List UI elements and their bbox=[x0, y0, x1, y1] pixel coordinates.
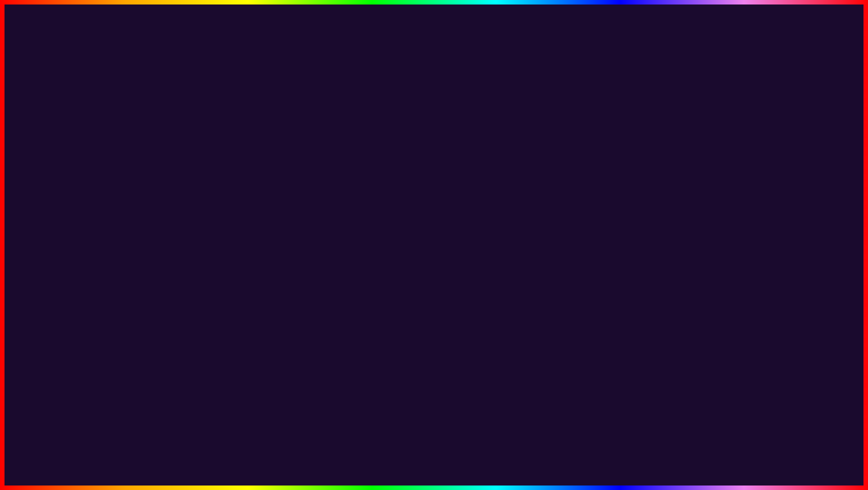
anti-idle-label-left: Anti Idle bbox=[146, 199, 167, 206]
title-catching: CATCHING bbox=[375, 9, 709, 72]
panel-right-controls: ✏ ❐ ✕ bbox=[479, 135, 498, 141]
jump-slider-control-left[interactable]: 50 Jump bbox=[182, 243, 295, 255]
panel-right-header: Anime Catching Simulator ✏ ❐ ✕ bbox=[343, 132, 502, 144]
speed-slider-label-left: Speed Slider bbox=[146, 227, 179, 234]
panel-right-title: Anime Catching Simulator bbox=[348, 134, 415, 141]
svg-rect-0 bbox=[63, 121, 108, 171]
auto-farm-line: AUTO FARM SCRIPT PASTEBIN bbox=[0, 423, 868, 481]
anti-idle-btn-right[interactable]: button bbox=[483, 200, 497, 205]
apply-changes-row-right: Apply Changes bbox=[349, 258, 497, 274]
panel-left-content: Kill Aura Auto Farm Anti Idle button Hid… bbox=[141, 162, 300, 280]
cheats-tab-label: Cheats bbox=[158, 150, 175, 156]
panel-right-content: Kill Aura Auto Farm Anti Idle button Hid… bbox=[343, 162, 502, 280]
jump-slider-row-right: Jump Slider 50 Jump bbox=[349, 240, 497, 258]
kill-aura-label-right: Kill Aura bbox=[349, 169, 370, 176]
title-anime: ANIME bbox=[158, 9, 366, 72]
kill-aura-toggle-left[interactable] bbox=[275, 168, 295, 178]
jump-slider-fill-right bbox=[414, 248, 441, 250]
jump-slider-label-right: Jump Slider bbox=[349, 246, 380, 253]
panel-left-controls: ✏ ❐ ✕ bbox=[276, 135, 295, 141]
svg-point-8 bbox=[46, 137, 57, 149]
panel-left-title: Anime Catching Simulator bbox=[145, 134, 213, 141]
jump-slider-fill-left bbox=[211, 248, 239, 250]
hide-name-tag-btn-left[interactable]: button bbox=[281, 213, 295, 218]
hide-name-tag-label-right: Hide Name Tag bbox=[349, 212, 389, 218]
speed-slider-track-left[interactable] bbox=[216, 230, 290, 232]
panel-left-pencil-icon[interactable]: ✏ bbox=[276, 135, 281, 141]
speed-slider-value-left: 16 Spped bbox=[188, 227, 212, 234]
jump-slider-value-left: 50 Jump bbox=[186, 246, 208, 252]
panel-left-close-icon[interactable]: ✕ bbox=[291, 135, 295, 141]
apply-changes-label-left: Apply Changes bbox=[146, 263, 186, 270]
cheats-tab-icon: ⚙ bbox=[151, 151, 156, 156]
jump-slider-track-left[interactable] bbox=[211, 248, 290, 250]
panel-right-cheats-tab[interactable]: ⚙ Cheats bbox=[348, 148, 383, 159]
speed-slider-track-right[interactable] bbox=[419, 230, 492, 232]
pastebin-label: PASTEBIN bbox=[576, 442, 756, 478]
panel-left-cheats-tab[interactable]: ⚙ Cheats bbox=[145, 148, 181, 159]
jump-slider-track-right[interactable] bbox=[414, 248, 492, 250]
farm-label: FARM bbox=[261, 423, 426, 481]
panel-right-pencil-icon[interactable]: ✏ bbox=[479, 135, 483, 141]
cheats-tab-icon-right: ⚙ bbox=[353, 151, 358, 156]
credits-tab-label-right: Crediits bbox=[399, 150, 418, 156]
auto-label: AUTO bbox=[112, 430, 252, 480]
speed-slider-label-right: Speed Slider bbox=[349, 227, 382, 234]
speed-slider-fill-left bbox=[216, 230, 261, 232]
title-container: ANIME CATCHING SIMULATOR bbox=[0, 9, 868, 117]
title-line1: ANIME CATCHING bbox=[0, 9, 868, 72]
panel-left-window-icon[interactable]: ❐ bbox=[283, 135, 288, 141]
panel-left-credits-tab[interactable]: ⚙ Crediits bbox=[184, 148, 221, 159]
bottom-text: AUTO FARM SCRIPT PASTEBIN bbox=[0, 423, 868, 481]
panel-left-header: Anime Catching Simulator ✏ ❐ ✕ bbox=[141, 132, 300, 144]
anti-idle-row-left: Anti Idle button bbox=[146, 196, 295, 209]
hide-name-tag-label-left: Hide Name Tag bbox=[146, 212, 186, 218]
auto-farm-row-right: Auto Farm bbox=[349, 181, 497, 196]
speed-slider-control-right[interactable]: 16 Spped bbox=[386, 224, 497, 237]
speed-slider-row-right: Speed Slider 16 Spped bbox=[349, 222, 497, 240]
anti-idle-btn-left[interactable]: button bbox=[281, 200, 295, 205]
panel-right-window-icon[interactable]: ❐ bbox=[486, 135, 491, 141]
auto-farm-label-left: Auto Farm bbox=[146, 185, 174, 192]
credits-tab-label: Crediits bbox=[197, 150, 215, 156]
panel-right-close-icon[interactable]: ✕ bbox=[493, 135, 498, 141]
kill-aura-label-left: Kill Aura bbox=[146, 169, 168, 176]
auto-farm-toggle-left[interactable] bbox=[275, 183, 295, 193]
kill-aura-row-left: Kill Aura bbox=[146, 165, 295, 181]
hide-name-tag-row-left: Hide Name Tag button bbox=[146, 209, 295, 222]
apply-changes-toggle-right[interactable] bbox=[477, 261, 497, 271]
jump-slider-label-left: Jump Slider bbox=[146, 246, 177, 253]
auto-farm-label-right: Auto Farm bbox=[349, 185, 376, 192]
panel-right: Anime Catching Simulator ✏ ❐ ✕ ⚙ Cheats … bbox=[342, 130, 504, 281]
cheats-tab-label-right: Cheats bbox=[360, 150, 377, 156]
panel-right-credits-tab[interactable]: ⚙ Crediits bbox=[387, 148, 424, 159]
jump-slider-control-right[interactable]: 50 Jump bbox=[384, 243, 497, 255]
apply-changes-label-right: Apply Changes bbox=[349, 263, 388, 270]
panel-left: Anime Catching Simulator ✏ ❐ ✕ ⚙ Cheats … bbox=[139, 130, 301, 281]
anti-idle-row-right: Anti Idle button bbox=[349, 196, 497, 209]
panel-left-tabs: ⚙ Cheats ⚙ Crediits bbox=[141, 144, 300, 162]
jump-slider-row-left: Jump Slider 50 Jump bbox=[146, 240, 295, 258]
auto-farm-toggle-right[interactable] bbox=[477, 183, 497, 193]
credits-tab-icon: ⚙ bbox=[190, 151, 195, 156]
apply-changes-row-left: Apply Changes bbox=[146, 258, 295, 274]
anti-idle-label-right: Anti Idle bbox=[349, 199, 370, 206]
kill-aura-toggle-right[interactable] bbox=[477, 168, 497, 178]
apply-changes-toggle-left[interactable] bbox=[275, 261, 295, 271]
title-simulator: SIMULATOR bbox=[0, 67, 868, 117]
script-label: SCRIPT bbox=[435, 442, 567, 478]
speed-slider-control-left[interactable]: 16 Spped bbox=[184, 224, 295, 237]
panel-right-tabs: ⚙ Cheats ⚙ Crediits bbox=[343, 144, 502, 162]
auto-farm-row-left: Auto Farm bbox=[146, 181, 295, 196]
hide-name-tag-btn-right[interactable]: button bbox=[483, 213, 497, 218]
credits-tab-icon-right: ⚙ bbox=[393, 151, 397, 156]
jump-slider-value-right: 50 Jump bbox=[389, 246, 411, 252]
speed-slider-fill-right bbox=[419, 230, 463, 232]
kill-aura-row-right: Kill Aura bbox=[349, 165, 497, 181]
speed-slider-value-right: 16 Spped bbox=[391, 227, 415, 234]
speed-slider-row-left: Speed Slider 16 Spped bbox=[146, 222, 295, 240]
hide-name-tag-row-right: Hide Name Tag button bbox=[349, 209, 497, 222]
